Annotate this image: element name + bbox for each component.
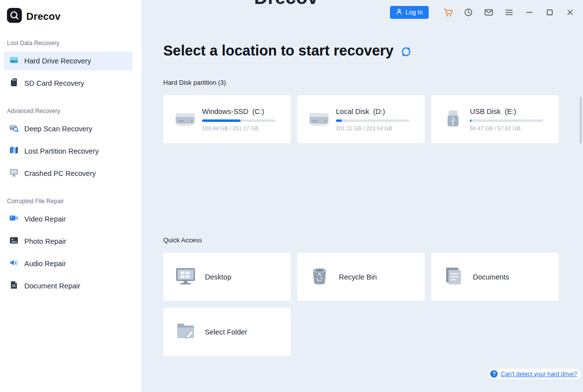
video-repair-icon <box>9 213 19 225</box>
drive-letter: (C:) <box>252 108 264 115</box>
quick-access-desktop[interactable]: Desktop <box>163 253 291 301</box>
sidebar-section-corrupted-file-repair: Corrupted File Repair <box>7 198 141 205</box>
sidebar-item-hard-drive-recovery[interactable]: Hard Drive Recovery <box>4 52 132 70</box>
menu-icon[interactable] <box>504 7 514 17</box>
user-icon <box>396 8 402 16</box>
drive-usage-text: 100.44 GB / 251.17 GB <box>202 125 275 131</box>
select-folder-icon <box>174 321 197 343</box>
document-repair-icon <box>9 280 19 292</box>
minimize-icon[interactable] <box>524 7 534 17</box>
sidebar-section-advanced-recovery: Advanced Recovery <box>7 108 141 114</box>
app-name: Drecov <box>26 11 61 22</box>
documents-icon <box>442 266 465 288</box>
sidebar-item-label: Deep Scan Recovery <box>24 125 92 133</box>
drive-name: USB Disk <box>470 108 501 115</box>
drive-name: Windows-SSD <box>202 108 248 115</box>
drive-letter: (E:) <box>505 108 516 115</box>
refresh-icon[interactable] <box>400 46 412 57</box>
sidebar-item-deep-scan-recovery[interactable]: Deep Scan Recovery <box>4 119 132 138</box>
drive-usage-text: 56.47 GB / 57.62 GB <box>470 125 543 131</box>
drive-usage-bar <box>202 119 275 122</box>
help-link-label: Can't detect your hard drive? <box>501 371 577 378</box>
quick-access-cards: Desktop Recycle Bin <box>163 253 559 356</box>
quick-access-item-label: Documents <box>473 273 509 281</box>
partition-section-label: Hard Disk partition (3) <box>163 79 583 86</box>
titlebar: Log In <box>390 6 575 19</box>
recycle-bin-icon <box>308 266 331 288</box>
quick-access-select-folder[interactable]: Select Folder <box>163 308 291 356</box>
sd-card-icon <box>9 77 19 89</box>
sidebar-item-crashed-pc-recovery[interactable]: Crashed PC Recovery <box>4 164 132 183</box>
login-button-label: Log In <box>405 9 423 16</box>
sidebar-item-label: SD Card Recovery <box>24 79 84 87</box>
close-icon[interactable] <box>565 7 575 17</box>
page-title: Select a location to start recovery <box>163 43 583 59</box>
sidebar-item-audio-repair[interactable]: Audio Repair <box>4 254 132 273</box>
drive-letter: (D:) <box>373 108 385 115</box>
main-panel: Drecov Log In <box>141 0 583 392</box>
scrollbar-thumb[interactable] <box>580 97 582 144</box>
deep-scan-icon <box>9 123 19 135</box>
maximize-icon[interactable] <box>545 7 555 17</box>
sidebar: Drecov Lost Data Recovery Hard Drive Rec… <box>0 0 141 392</box>
help-link[interactable]: ? Can't detect your hard drive? <box>488 369 581 379</box>
drive-usage-bar <box>336 119 409 122</box>
app-window: Drecov Lost Data Recovery Hard Drive Rec… <box>0 0 583 392</box>
partition-cards-row: Windows-SSD (C:) 100.44 GB / 251.17 GB <box>163 95 559 143</box>
quick-access-label: Quick Access <box>163 236 583 244</box>
drive-name: Local Disk <box>336 108 369 115</box>
hard-drive-icon <box>9 55 19 67</box>
drive-card-windows-ssd[interactable]: Windows-SSD (C:) 100.44 GB / 251.17 GB <box>163 95 291 143</box>
sidebar-item-sd-card-recovery[interactable]: SD Card Recovery <box>4 74 132 93</box>
lost-partition-icon <box>9 145 19 157</box>
sidebar-section-lost-data-recovery: Lost Data Recovery <box>7 40 141 47</box>
app-logo-row: Drecov <box>0 0 141 25</box>
drive-usage-text: 201.11 GB / 223.54 GB <box>336 125 409 131</box>
drive-card-usb-disk[interactable]: USB Disk (E:) 56.47 GB / 57.62 GB <box>431 95 559 143</box>
sidebar-item-label: Photo Repair <box>24 237 66 245</box>
mail-icon[interactable] <box>484 7 494 17</box>
sidebar-item-label: Document Repair <box>24 282 80 290</box>
main-content: Select a location to start recovery Hard… <box>141 43 583 356</box>
quick-access-item-label: Select Folder <box>205 328 247 336</box>
drive-usage-bar <box>470 119 543 122</box>
audio-repair-icon <box>9 258 19 270</box>
sidebar-item-lost-partition-recovery[interactable]: Lost Partition Recovery <box>4 142 132 161</box>
sidebar-item-document-repair[interactable]: Document Repair <box>4 277 132 295</box>
cart-icon[interactable] <box>443 7 453 17</box>
sidebar-item-label: Lost Partition Recovery <box>24 147 99 155</box>
crashed-pc-icon <box>9 168 19 179</box>
help-icon: ? <box>490 370 498 378</box>
quick-access-documents[interactable]: Documents <box>431 253 559 301</box>
hard-disk-drive-icon <box>308 110 330 129</box>
sidebar-item-label: Video Repair <box>24 215 66 223</box>
drive-card-local-disk[interactable]: Local Disk (D:) 201.11 GB / 223.54 GB <box>297 95 425 143</box>
quick-access-recycle-bin[interactable]: Recycle Bin <box>297 253 425 301</box>
quick-access-item-label: Recycle Bin <box>339 273 377 281</box>
sidebar-item-video-repair[interactable]: Video Repair <box>4 210 132 228</box>
desktop-icon <box>174 266 197 288</box>
hard-disk-drive-icon <box>174 110 196 129</box>
sidebar-item-label: Hard Drive Recovery <box>24 57 91 65</box>
app-logo-icon <box>7 8 22 25</box>
sidebar-item-label: Crashed PC Recovery <box>24 169 96 177</box>
photo-repair-icon <box>9 235 19 247</box>
usb-drive-icon <box>442 109 464 130</box>
quick-access-item-label: Desktop <box>205 273 231 281</box>
history-icon[interactable] <box>463 7 473 17</box>
clipped-watermark-text: Drecov <box>254 0 318 8</box>
login-button[interactable]: Log In <box>390 6 429 19</box>
sidebar-item-photo-repair[interactable]: Photo Repair <box>4 232 132 251</box>
sidebar-item-label: Audio Repair <box>24 260 66 268</box>
